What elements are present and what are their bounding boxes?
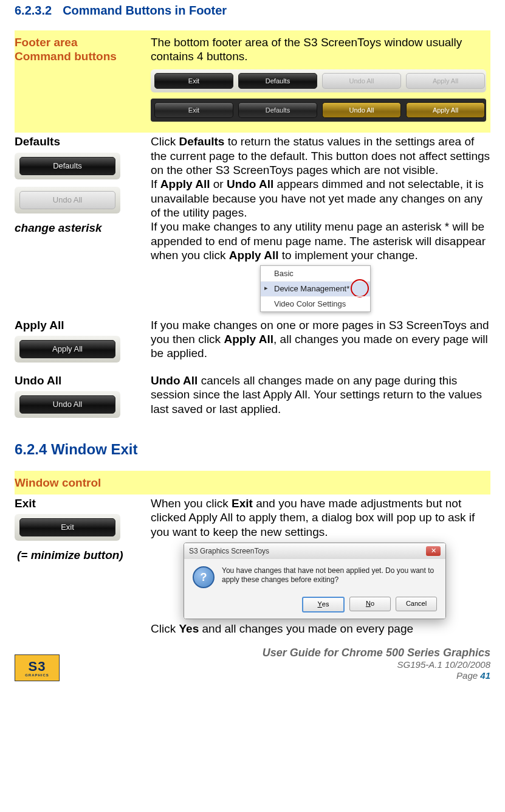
dialog-button-row: Yes No Cancel	[184, 593, 445, 619]
section-heading: 6.2.4 Window Exit	[15, 440, 490, 459]
menu-item-basic: Basic	[261, 266, 370, 281]
exit-button[interactable]: Exit	[154, 102, 233, 118]
s3-logo: S3 GRAPHICS	[15, 654, 60, 681]
page-number: 41	[480, 670, 490, 681]
undo-all-button-image: Undo All	[15, 391, 120, 418]
question-icon: ?	[193, 566, 215, 588]
menu-item-video-color: Video Color Settings	[261, 296, 370, 311]
logo-subtext: GRAPHICS	[25, 673, 49, 678]
text: Apply All	[224, 333, 273, 345]
page-footer: S3 GRAPHICS User Guide for Chrome 500 Se…	[15, 647, 490, 682]
exit-button-image: Exit	[15, 514, 120, 541]
exit-label: Exit	[15, 496, 147, 510]
dialog-titlebar: S3 Graphics ScreenToys ✕	[184, 543, 445, 559]
exit-button[interactable]: Exit	[19, 518, 115, 536]
section-heading: 6.2.3.2Command Buttons in Footer	[15, 3, 490, 18]
row-text: The bottom footer area of the S3 ScreenT…	[151, 35, 490, 64]
undoall-button-dim-image: Undo All	[15, 187, 120, 213]
undo-all-button-dim: Undo All	[19, 191, 115, 209]
text: to implement your change.	[278, 249, 417, 262]
undo-all-button-dim: Undo All	[322, 73, 401, 89]
defaults-row: Defaults Defaults Undo All change asteri…	[15, 133, 490, 316]
dialog-title: S3 Graphics ScreenToys	[189, 547, 269, 556]
text: or	[210, 178, 226, 190]
row-label: Footer area Command buttons	[15, 36, 117, 63]
apply-all-button-dim: Apply All	[406, 73, 485, 89]
apply-all-row: Apply All Apply All If you make changes …	[15, 316, 490, 372]
text: If	[151, 178, 160, 190]
defaults-button-image: Defaults	[15, 153, 120, 179]
section-number: 6.2.3.2	[15, 4, 52, 17]
exit-row: Exit Exit (= minimize button) When you c…	[15, 494, 490, 637]
footer-page: Page 41	[263, 670, 490, 681]
menu-item-label: Device Management*	[274, 284, 349, 293]
text: Click	[151, 622, 179, 635]
text: cancels all changes made on any page dur…	[151, 374, 482, 415]
footer-docref: SG195-A.1 10/20/2008	[263, 659, 490, 670]
cancel-button[interactable]: Cancel	[396, 597, 437, 611]
defaults-button[interactable]: Defaults	[238, 102, 317, 118]
footer-right: User Guide for Chrome 500 Series Graphic…	[263, 647, 490, 682]
text: Exit	[232, 497, 253, 510]
text: Apply All	[229, 249, 279, 262]
undo-all-label: Undo All	[15, 373, 147, 387]
exit-button[interactable]: Exit	[154, 73, 233, 89]
content-table: Footer area Command buttons The bottom f…	[15, 30, 490, 428]
confirm-dialog: S3 Graphics ScreenToys ✕ ? You have chan…	[184, 543, 446, 619]
defaults-label: Defaults	[15, 134, 147, 148]
text: Defaults	[179, 135, 224, 148]
section-title: Window Exit	[51, 441, 137, 457]
undo-all-button[interactable]: Undo All	[322, 102, 401, 118]
undo-all-row: Undo All Undo All Undo All cancels all c…	[15, 372, 490, 427]
exit-minimize-note: (= minimize button)	[17, 548, 147, 562]
text: Apply All	[160, 178, 210, 190]
footer-bar-light: Exit Defaults Undo All Apply All	[151, 69, 486, 92]
footer-bar-dark: Exit Defaults Undo All Apply All	[151, 99, 486, 122]
apply-all-button[interactable]: Apply All	[406, 102, 485, 118]
section-title: Command Buttons in Footer	[63, 4, 227, 17]
apply-all-button[interactable]: Apply All	[19, 340, 115, 358]
text: Undo All	[151, 374, 198, 387]
defaults-button[interactable]: Defaults	[238, 73, 317, 89]
undo-all-button[interactable]: Undo All	[19, 395, 115, 414]
text: Click	[151, 135, 179, 148]
footer-title: User Guide for Chrome 500 Series Graphic…	[263, 647, 490, 660]
text: and all changes you made on every page	[199, 622, 413, 635]
page-label: Page	[456, 670, 480, 681]
window-control-header-row: Window control	[15, 471, 490, 494]
no-button[interactable]: No	[349, 597, 391, 611]
close-icon[interactable]: ✕	[426, 546, 441, 556]
apply-all-button-image: Apply All	[15, 336, 120, 363]
defaults-button[interactable]: Defaults	[19, 157, 115, 175]
highlight-circle-icon	[351, 279, 369, 297]
text: Yes	[179, 622, 199, 635]
text: When you click	[151, 497, 232, 510]
apply-all-label: Apply All	[15, 318, 147, 332]
menu-screenshot: Basic Device Management* Video Color Set…	[260, 265, 371, 312]
section-number: 6.2.4	[15, 441, 47, 457]
content-table-2: Window control Exit Exit (= minimize but…	[15, 471, 490, 638]
footer-area-row: Footer area Command buttons The bottom f…	[15, 30, 490, 133]
window-control-label: Window control	[15, 471, 151, 494]
dialog-body: ? You have changes that have not been ap…	[184, 559, 445, 593]
change-asterisk-label: change asterisk	[15, 221, 147, 235]
yes-button[interactable]: Yes	[302, 597, 345, 612]
dialog-message: You have changes that have not been appl…	[222, 566, 437, 588]
text: Undo All	[227, 178, 273, 190]
menu-item-device-management: Device Management*	[261, 281, 370, 296]
logo-text: S3	[29, 658, 46, 675]
